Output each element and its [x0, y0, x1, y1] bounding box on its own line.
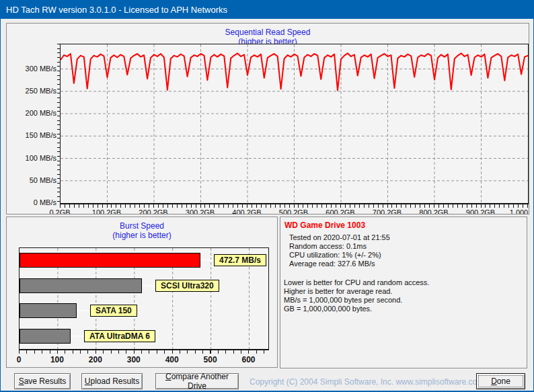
- x-tick-label: 700.2GB: [366, 208, 409, 214]
- burst-chart-title: Burst Speed: [7, 221, 277, 231]
- x-tick-label: 900.2GB: [459, 208, 502, 214]
- note-line: MB/s = 1,000,000 bytes per second.: [284, 296, 402, 304]
- burst-x-tick-label: 100: [44, 355, 71, 364]
- burst-chart-subtitle: (higher is better): [7, 231, 277, 240]
- y-tick-label: 200 MB/s: [15, 109, 56, 118]
- sequential-read-line-plot: [61, 44, 528, 203]
- y-tick-label: 100 MB/s: [15, 154, 56, 163]
- upload-results-button[interactable]: Upload Results: [81, 373, 143, 389]
- burst-x-axis-minor-ticks: [19, 350, 268, 354]
- burst-x-tick-label: 400: [159, 355, 186, 364]
- burst-x-tick-label: 200: [82, 355, 109, 364]
- burst-x-tick-label: 0: [6, 355, 32, 364]
- note-line: Higher is better for average read.: [284, 287, 392, 295]
- burst-bar: [20, 303, 77, 318]
- bar-label: ATA UltraDMA 6: [84, 330, 155, 342]
- y-tick-label: 50 MB/s: [15, 176, 56, 185]
- window-title: HD Tach RW version 3.0.1.0 - Licensed to…: [6, 5, 227, 15]
- app-window: HD Tach RW version 3.0.1.0 - Licensed to…: [0, 0, 534, 392]
- bar-label-connector: [71, 336, 84, 337]
- bar-label-connector: [77, 310, 90, 311]
- y-tick-label: 250 MB/s: [15, 87, 56, 95]
- x-axis-minor-ticks: [60, 204, 528, 208]
- note-line: Lower is better for CPU and random acces…: [284, 278, 429, 286]
- note-line: GB = 1,000,000,000 bytes.: [284, 305, 372, 313]
- title-bar: HD Tach RW version 3.0.1.0 - Licensed to…: [1, 1, 533, 19]
- burst-bar: [20, 278, 142, 293]
- burst-bar: [20, 329, 71, 344]
- x-tick-label: 600.2GB: [319, 208, 362, 214]
- random-access-line: Random access: 0.1ms: [289, 242, 367, 250]
- done-label: Done: [491, 377, 510, 386]
- save-results-button[interactable]: Save Results: [14, 373, 71, 389]
- bar-label: 472.7 MB/s: [214, 254, 266, 266]
- save-results-label: Save Results: [19, 377, 67, 386]
- sequential-read-chart: [60, 44, 529, 204]
- sequential-read-panel: Sequential Read Speed (higher is better)…: [6, 23, 529, 214]
- cpu-utilization-line: CPU utilization: 1% (+/- 2%): [289, 251, 381, 259]
- y-tick-label: 150 MB/s: [15, 131, 56, 140]
- y-tick-label: 300 MB/s: [15, 65, 56, 73]
- x-tick-label: 800.2GB: [412, 208, 455, 214]
- drive-info-panel: WD Game Drive 1003 Tested on 2020-07-01 …: [280, 217, 527, 368]
- x-tick-label: 500.2GB: [272, 208, 315, 214]
- x-tick-label: 0.2GB: [38, 208, 81, 214]
- done-button[interactable]: Done: [476, 373, 525, 389]
- y-axis-minor-ticks: [57, 44, 60, 204]
- sequential-chart-title: Sequential Read Speed: [7, 28, 529, 37]
- bar-label-connector: [142, 285, 155, 286]
- compare-another-drive-button[interactable]: Compare Another Drive: [155, 373, 239, 389]
- bar-label: SCSI Ultra320: [155, 280, 219, 292]
- x-tick-label: 100.2GB: [85, 208, 128, 214]
- copyright-text: Copyright (C) 2004 Simpli Software, Inc.…: [250, 377, 471, 387]
- upload-results-label: Upload Results: [85, 377, 139, 386]
- drive-name: WD Game Drive 1003: [284, 221, 365, 230]
- y-tick-label: 0 MB/s: [15, 198, 56, 207]
- average-read-line: Average read: 327.6 MB/s: [289, 260, 375, 268]
- x-tick-label: 200.2GB: [132, 208, 175, 214]
- burst-speed-panel: Burst Speed (higher is better) 472.7 MB/…: [6, 217, 278, 368]
- burst-x-tick-label: 300: [120, 355, 147, 364]
- x-tick-label: 300.2GB: [179, 208, 222, 214]
- bar-label: SATA 150: [90, 305, 137, 317]
- x-tick-label: 400.2GB: [225, 208, 268, 214]
- burst-bar: [20, 253, 200, 268]
- bar-label-connector: [200, 260, 214, 261]
- burst-x-tick-label: 600: [235, 355, 262, 364]
- burst-x-tick-label: 500: [197, 355, 224, 364]
- compare-another-drive-label: Compare Another Drive: [156, 372, 238, 391]
- tested-on-line: Tested on 2020-07-01 at 21:55: [289, 233, 390, 241]
- burst-speed-chart: 472.7 MB/sSCSI Ultra320SATA 150ATA Ultra…: [19, 247, 269, 350]
- x-tick-label: 1,000.2GB: [506, 208, 529, 214]
